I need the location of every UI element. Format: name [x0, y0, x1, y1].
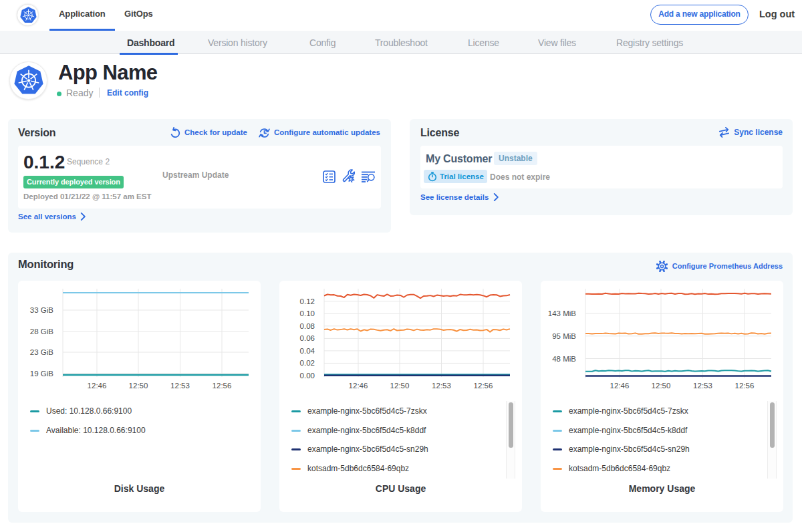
svg-text:0.06: 0.06: [300, 334, 315, 342]
svg-text:12:50: 12:50: [129, 382, 148, 390]
svg-text:12:56: 12:56: [735, 382, 755, 390]
svg-text:12:46: 12:46: [610, 382, 630, 390]
svg-text:0.10: 0.10: [300, 309, 315, 317]
svg-text:12:53: 12:53: [170, 382, 190, 390]
svg-text:12:46: 12:46: [88, 382, 107, 390]
svg-text:12:53: 12:53: [693, 382, 712, 390]
svg-text:12:53: 12:53: [432, 382, 451, 390]
svg-text:0.12: 0.12: [300, 297, 315, 305]
svg-text:143 MiB: 143 MiB: [548, 309, 577, 317]
svg-text:12:56: 12:56: [213, 382, 232, 390]
svg-text:12:46: 12:46: [349, 382, 368, 390]
svg-text:0.02: 0.02: [300, 359, 315, 367]
svg-text:48 MiB: 48 MiB: [552, 355, 576, 363]
svg-text:12:50: 12:50: [652, 382, 671, 390]
svg-text:12:50: 12:50: [390, 382, 410, 390]
svg-text:33 GiB: 33 GiB: [30, 306, 53, 314]
svg-text:12:56: 12:56: [474, 382, 493, 390]
svg-text:0.04: 0.04: [300, 347, 315, 355]
svg-text:0.00: 0.00: [300, 372, 315, 380]
svg-text:23 GiB: 23 GiB: [30, 348, 53, 356]
svg-text:19 GiB: 19 GiB: [30, 370, 53, 378]
svg-text:0.08: 0.08: [300, 322, 315, 330]
svg-text:28 GiB: 28 GiB: [30, 327, 53, 336]
svg-text:95 MiB: 95 MiB: [552, 332, 576, 340]
